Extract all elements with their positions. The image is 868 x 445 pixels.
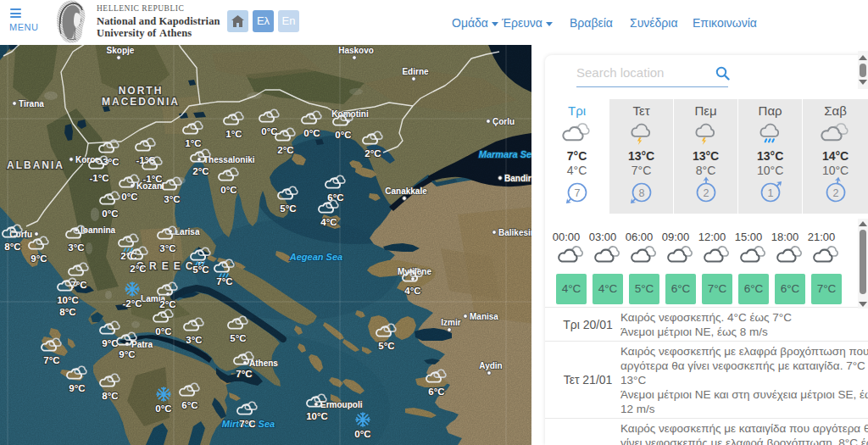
svg-text:7: 7 (574, 187, 580, 199)
svg-text:7°C: 7°C (239, 419, 255, 429)
svg-text:5°C: 5°C (280, 203, 296, 214)
svg-text:5°C: 5°C (378, 341, 394, 351)
svg-text:2°C: 2°C (277, 145, 293, 155)
svg-text:0°C: 0°C (102, 209, 118, 219)
svg-text:6°C: 6°C (181, 400, 198, 410)
svg-text:6°C: 6°C (428, 387, 444, 397)
svg-text:Çorlu: Çorlu (492, 117, 515, 126)
svg-text:2°C: 2°C (364, 148, 381, 159)
svg-text:0°C: 0°C (335, 130, 351, 140)
svg-text:0°C: 0°C (354, 429, 370, 439)
svg-text:Skopje: Skopje (107, 46, 135, 55)
svg-text:Patra: Patra (131, 340, 153, 349)
svg-text:1°C: 1°C (225, 129, 242, 139)
svg-text:1°C: 1°C (185, 138, 201, 148)
svg-text:-3°C: -3°C (99, 157, 119, 167)
svg-text:Bandirma: Bandirma (504, 174, 531, 183)
svg-text:8°C: 8°C (4, 242, 20, 252)
svg-text:Izmir: Izmir (441, 318, 460, 327)
svg-text:2: 2 (832, 187, 838, 199)
svg-text:3°C: 3°C (186, 335, 202, 345)
svg-text:NORTH: NORTH (119, 85, 164, 97)
svg-text:Larisa: Larisa (175, 227, 200, 236)
svg-text:8: 8 (638, 187, 644, 199)
svg-text:Canakkale: Canakkale (385, 186, 427, 196)
svg-text:5°C: 5°C (230, 333, 246, 343)
svg-text:1: 1 (767, 187, 773, 199)
svg-text:2: 2 (703, 187, 709, 199)
svg-text:7°C: 7°C (236, 369, 252, 379)
svg-text:3°C: 3°C (159, 243, 175, 253)
svg-text:Haskovo: Haskovo (338, 46, 374, 55)
svg-text:-1°C: -1°C (142, 174, 162, 184)
svg-text:Edirne: Edirne (402, 67, 429, 76)
svg-text:Athens: Athens (249, 359, 278, 368)
svg-text:3°C: 3°C (68, 242, 84, 253)
svg-text:Aegean Sea: Aegean Sea (289, 252, 342, 262)
svg-text:-1°C: -1°C (89, 173, 108, 183)
svg-text:4°C: 4°C (320, 217, 337, 227)
svg-text:10°C: 10°C (306, 411, 328, 421)
svg-text:3°C: 3°C (164, 194, 180, 204)
svg-text:Thessaloniki: Thessaloniki (203, 155, 255, 164)
svg-text:0°C: 0°C (155, 403, 171, 414)
svg-text:2°C: 2°C (159, 299, 175, 309)
svg-text:Marmara Sea: Marmara Sea (479, 149, 531, 159)
svg-text:10°C: 10°C (57, 295, 79, 305)
svg-text:7°C: 7°C (43, 355, 59, 365)
svg-text:Aydin: Aydin (479, 361, 502, 370)
svg-text:-2°C: -2°C (122, 298, 142, 309)
svg-text:8°C: 8°C (102, 391, 118, 401)
svg-text:Tirana: Tirana (19, 99, 44, 108)
svg-text:2°C: 2°C (130, 264, 146, 274)
svg-text:9°C: 9°C (69, 383, 85, 393)
svg-text:7°C: 7°C (70, 280, 86, 290)
svg-text:MACEDONIA: MACEDONIA (102, 96, 180, 108)
svg-text:Ermoupoli: Ermoupoli (320, 400, 363, 409)
svg-text:Manisa: Manisa (470, 312, 498, 321)
svg-text:Balikesir: Balikesir (498, 228, 531, 237)
svg-text:ALBANIA: ALBANIA (7, 159, 64, 171)
svg-text:9°C: 9°C (119, 349, 135, 359)
svg-text:7°C: 7°C (216, 276, 232, 286)
svg-text:0°C: 0°C (155, 326, 171, 337)
svg-text:0°C: 0°C (220, 185, 236, 195)
svg-text:8°C: 8°C (59, 307, 75, 317)
svg-text:2°C: 2°C (192, 166, 209, 176)
svg-text:9°C: 9°C (102, 338, 118, 348)
svg-text:4°C: 4°C (404, 286, 420, 296)
svg-text:5°C: 5°C (192, 264, 209, 275)
svg-text:0°C: 0°C (303, 128, 320, 138)
svg-text:9°C: 9°C (31, 253, 47, 264)
svg-text:0°C: 0°C (121, 192, 137, 202)
